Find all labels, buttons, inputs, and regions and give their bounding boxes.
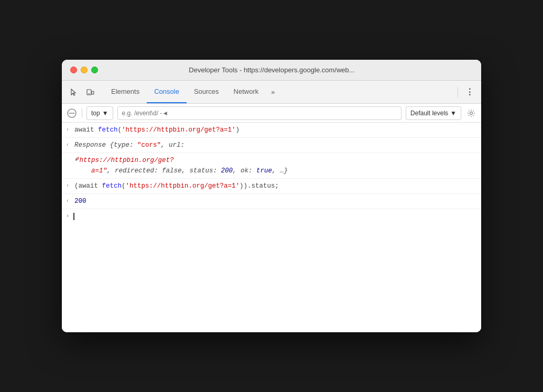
console-input-row[interactable]: › — [62, 209, 481, 224]
tab-elements[interactable]: Elements — [104, 81, 147, 103]
console-row-3: ▶ "https://httpbin.org/get? a=1", redire… — [62, 153, 481, 179]
console-toolbar: top ▼ Default levels ▼ — [62, 104, 481, 123]
console-filter-input[interactable] — [117, 106, 401, 120]
console-content-2: Response {type: "cors", url: — [74, 140, 477, 150]
console-output: › await fetch('https://httpbin.org/get?a… — [62, 123, 481, 332]
output-arrow-5: ‹ — [66, 196, 74, 205]
svg-rect-1 — [92, 91, 94, 94]
tab-bar: Elements Console Sources Network » — [104, 81, 280, 103]
svg-point-5 — [470, 112, 473, 114]
console-content-5: 200 — [74, 196, 477, 206]
tab-more-button[interactable]: » — [266, 81, 280, 103]
tab-console[interactable]: Console — [147, 81, 187, 103]
input-arrow-1[interactable]: › — [66, 125, 74, 134]
tab-sources[interactable]: Sources — [187, 81, 226, 103]
devtools-panel: Elements Console Sources Network » ⋮ — [62, 81, 481, 332]
device-toggle-button[interactable] — [83, 85, 97, 100]
context-selector[interactable]: top ▼ — [86, 106, 113, 120]
titlebar: Developer Tools - https://developers.goo… — [62, 60, 481, 81]
devtools-menu-button[interactable]: ⋮ — [462, 85, 477, 100]
console-content-1: await fetch('https://httpbin.org/get?a=1… — [74, 125, 477, 135]
window-title: Developer Tools - https://developers.goo… — [71, 66, 473, 74]
devtools-window: Developer Tools - https://developers.goo… — [62, 60, 481, 332]
expand-arrow-3[interactable]: ▶ — [66, 155, 75, 164]
console-row-2: ‹ Response {type: "cors", url: — [62, 138, 481, 153]
console-row-5: ‹ 200 — [62, 194, 481, 209]
console-row-4: › (await fetch('https://httpbin.org/get?… — [62, 179, 481, 194]
context-arrow: ▼ — [102, 110, 108, 117]
console-content-4: (await fetch('https://httpbin.org/get?a=… — [74, 181, 477, 191]
toolbar-icons — [66, 85, 97, 100]
levels-arrow: ▼ — [450, 110, 457, 117]
toolbar-divider — [458, 87, 458, 97]
main-toolbar: Elements Console Sources Network » ⋮ — [62, 81, 481, 104]
output-arrow-2: ‹ — [66, 140, 74, 149]
input-caret: › — [66, 212, 69, 221]
levels-label: Default levels — [410, 110, 448, 117]
cursor — [73, 213, 74, 220]
console-row-1: › await fetch('https://httpbin.org/get?a… — [62, 123, 481, 138]
input-arrow-4[interactable]: › — [66, 181, 74, 190]
console-content-3: "https://httpbin.org/get? a=1", redirect… — [75, 155, 477, 176]
inspect-element-button[interactable] — [66, 85, 81, 100]
tab-network[interactable]: Network — [226, 81, 266, 103]
clear-console-button[interactable] — [66, 107, 78, 119]
levels-selector[interactable]: Default levels ▼ — [406, 106, 461, 120]
context-value: top — [91, 110, 100, 117]
console-settings-button[interactable] — [465, 107, 477, 119]
toolbar-divider-1 — [82, 108, 82, 118]
